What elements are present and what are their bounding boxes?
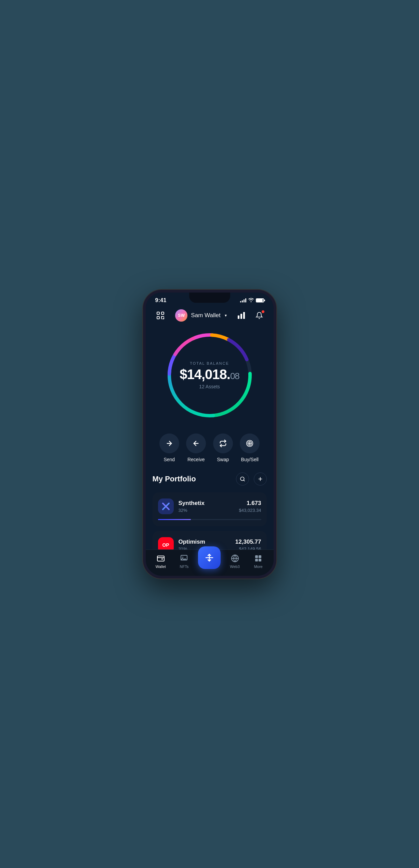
svg-rect-36 [255, 555, 258, 558]
more-nav-icon [253, 554, 263, 563]
receive-label: Receive [187, 457, 205, 462]
portfolio-header: My Portfolio [153, 472, 267, 485]
send-label: Send [163, 457, 175, 462]
svg-rect-7 [238, 315, 239, 319]
add-asset-button[interactable] [254, 472, 267, 485]
wifi-icon [248, 298, 254, 303]
bottom-nav: Wallet NFTs [146, 549, 274, 576]
balance-content: TOTAL BALANCE $14,018.08 12 Assets [180, 361, 239, 389]
snx-progress-fill [158, 519, 191, 520]
web3-nav-icon [230, 554, 240, 563]
snx-info: Synthetix 32% [179, 500, 234, 513]
search-portfolio-button[interactable] [236, 472, 249, 485]
snx-values: 1.673 $43,023.34 [239, 500, 261, 513]
portfolio-actions [236, 472, 267, 485]
buysell-button[interactable]: Buy/Sell [240, 433, 260, 462]
wallet-selector[interactable]: SW Sam Wallet ▾ [175, 309, 226, 322]
phone-frame: 9:41 [143, 290, 276, 579]
nav-wallet[interactable]: Wallet [151, 554, 170, 569]
balance-cents: 08 [230, 371, 239, 381]
svg-rect-37 [259, 555, 261, 558]
snx-name: Synthetix [179, 500, 234, 507]
wallet-nav-icon [156, 554, 166, 563]
status-icons [240, 298, 264, 303]
send-button[interactable]: Send [159, 433, 179, 462]
web3-nav-label: Web3 [230, 565, 240, 569]
op-text: OP [162, 542, 169, 548]
balance-label: TOTAL BALANCE [180, 361, 239, 365]
action-buttons: Send Receive [146, 430, 274, 472]
stats-button[interactable] [235, 309, 248, 322]
nav-nfts[interactable]: NFTs [175, 554, 194, 569]
snx-progress-bar [158, 519, 261, 520]
nfts-nav-icon [179, 554, 189, 563]
buysell-label: Buy/Sell [241, 457, 259, 462]
svg-rect-1 [161, 312, 164, 314]
svg-point-30 [182, 557, 183, 558]
svg-rect-9 [243, 312, 245, 319]
app-header: SW Sam Wallet ▾ [146, 306, 274, 327]
asset-card-snx[interactable]: Synthetix 32% 1.673 $43,023.34 [153, 492, 267, 526]
balance-amount: $14,018.08 [180, 367, 239, 381]
op-amount: 12,305.77 [235, 539, 261, 545]
swap-button[interactable]: Swap [213, 433, 233, 462]
scan-button[interactable] [154, 309, 167, 322]
status-time: 9:41 [155, 297, 167, 303]
snx-usd: $43,023.34 [239, 508, 261, 513]
balance-ring: TOTAL BALANCE $14,018.08 12 Assets [165, 331, 254, 420]
swap-circle [213, 433, 233, 453]
balance-section: TOTAL BALANCE $14,018.08 12 Assets [146, 327, 274, 430]
asset-row-snx: Synthetix 32% 1.673 $43,023.34 [158, 498, 261, 514]
notification-badge [261, 310, 265, 313]
svg-rect-39 [259, 559, 261, 561]
more-nav-label: More [254, 565, 263, 569]
snx-logo [158, 498, 174, 514]
avatar: SW [175, 309, 187, 322]
balance-assets: 12 Assets [180, 384, 239, 389]
snx-amount: 1.673 [239, 500, 261, 507]
send-circle [159, 433, 179, 453]
wallet-name: Sam Wallet [191, 312, 220, 319]
notch [189, 293, 230, 303]
nfts-nav-label: NFTs [180, 565, 189, 569]
battery-icon [256, 298, 264, 302]
receive-button[interactable]: Receive [186, 433, 206, 462]
header-right [235, 309, 265, 322]
svg-line-25 [244, 480, 245, 481]
swap-label: Swap [217, 457, 229, 462]
chevron-down-icon: ▾ [225, 313, 227, 318]
receive-circle [186, 433, 206, 453]
nav-more[interactable]: More [249, 554, 268, 569]
svg-rect-28 [157, 556, 164, 561]
svg-rect-2 [157, 316, 159, 319]
phone-screen: 9:41 [146, 293, 274, 576]
op-name: Optimism [179, 539, 231, 545]
svg-rect-0 [157, 312, 159, 314]
signal-icon [240, 298, 246, 302]
nav-web3[interactable]: Web3 [225, 554, 244, 569]
snx-pct: 32% [179, 508, 234, 513]
svg-rect-38 [255, 559, 258, 561]
buysell-circle [240, 433, 260, 453]
portfolio-title: My Portfolio [153, 475, 196, 483]
wallet-nav-label: Wallet [156, 565, 166, 569]
svg-rect-8 [240, 314, 242, 319]
notifications-button[interactable] [253, 309, 265, 322]
nav-center-button[interactable] [198, 546, 221, 569]
